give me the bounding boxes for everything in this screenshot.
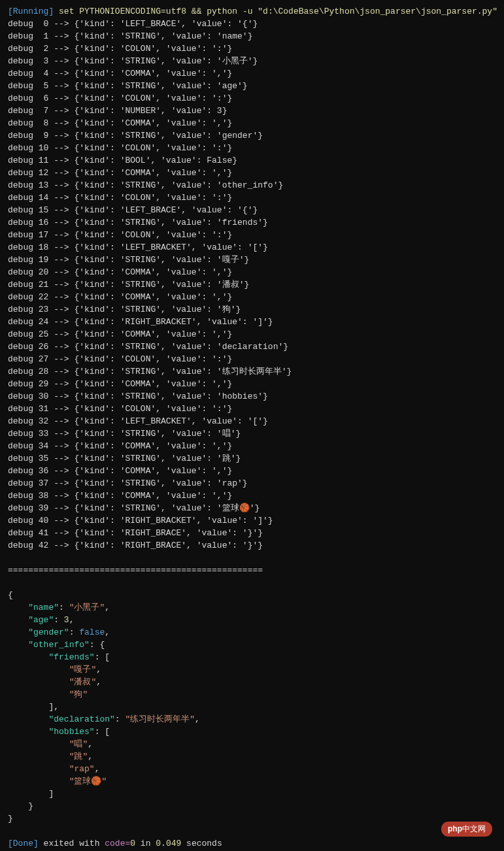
output-line: debug 3 --> {'kind': 'STRING', 'value': … xyxy=(8,55,496,67)
running-label: [Running] xyxy=(8,7,54,16)
output-line: debug 22 --> {'kind': 'COMMA', 'value': … xyxy=(8,291,496,303)
output-line: debug 10 --> {'kind': 'COLON', 'value': … xyxy=(8,142,496,154)
output-line: { xyxy=(8,589,496,601)
output-line: debug 7 --> {'kind': 'NUMBER', 'value': … xyxy=(8,105,496,117)
output-line: } xyxy=(8,800,496,812)
output-line: debug 23 --> {'kind': 'STRING', 'value':… xyxy=(8,303,496,316)
output-line: debug 19 --> {'kind': 'STRING', 'value':… xyxy=(8,254,496,266)
output-line: debug 39 --> {'kind': 'STRING', 'value':… xyxy=(8,502,496,514)
output-line xyxy=(8,576,496,589)
watermark-prefix: php xyxy=(448,824,462,833)
output-line: ], xyxy=(8,701,496,713)
code-label: code= xyxy=(105,839,130,848)
output-line: debug 33 --> {'kind': 'STRING', 'value':… xyxy=(8,427,496,440)
output-line: "hobbies": [ xyxy=(8,726,496,738)
output-line: "rap", xyxy=(8,763,496,775)
output-line: debug 6 --> {'kind': 'COLON', 'value': '… xyxy=(8,92,496,105)
output-line: debug 15 --> {'kind': 'LEFT_BRACE', 'val… xyxy=(8,204,496,216)
output-line: debug 32 --> {'kind': 'LEFT_BRACKET', 'v… xyxy=(8,415,496,427)
done-label: [Done] xyxy=(8,839,39,848)
output-line xyxy=(8,552,496,564)
output-line: "other_info": { xyxy=(8,639,496,651)
command-text: set PYTHONIOENCODING=utf8 && python -u "… xyxy=(59,7,497,16)
output-line: debug 30 --> {'kind': 'STRING', 'value':… xyxy=(8,390,496,403)
output-line: debug 9 --> {'kind': 'STRING', 'value': … xyxy=(8,129,496,142)
output-line: debug 1 --> {'kind': 'STRING', 'value': … xyxy=(8,30,496,42)
output-line: debug 16 --> {'kind': 'STRING', 'value':… xyxy=(8,216,496,229)
output-line: debug 38 --> {'kind': 'COMMA', 'value': … xyxy=(8,490,496,502)
output-line: debug 29 --> {'kind': 'COMMA', 'value': … xyxy=(8,378,496,390)
output-line: "friends": [ xyxy=(8,651,496,663)
output-line: debug 36 --> {'kind': 'COMMA', 'value': … xyxy=(8,465,496,477)
output-line: "gender": false, xyxy=(8,626,496,639)
watermark-badge: php中文网 xyxy=(441,822,492,837)
output-line: "潘叔", xyxy=(8,676,496,688)
watermark-suffix: 中文网 xyxy=(462,824,486,833)
output-line: debug 28 --> {'kind': 'STRING', 'value':… xyxy=(8,365,496,378)
output-line: debug 40 --> {'kind': 'RIGHT_BRACKET', '… xyxy=(8,514,496,527)
output-line: } xyxy=(8,812,496,825)
output-line: "declaration": "练习时长两年半", xyxy=(8,713,496,726)
output-line: debug 27 --> {'kind': 'COLON', 'value': … xyxy=(8,353,496,365)
output-line: debug 8 --> {'kind': 'COMMA', 'value': '… xyxy=(8,117,496,129)
output-line: debug 0 --> {'kind': 'LEFT_BRACE', 'valu… xyxy=(8,18,496,30)
output-line: debug 37 --> {'kind': 'STRING', 'value':… xyxy=(8,477,496,490)
output-line: [Running] set PYTHONIOENCODING=utf8 && p… xyxy=(8,5,496,18)
output-line: "跳", xyxy=(8,750,496,763)
output-line: debug 26 --> {'kind': 'STRING', 'value':… xyxy=(8,341,496,353)
code-value: 0 xyxy=(130,839,135,848)
output-line: debug 14 --> {'kind': 'COLON', 'value': … xyxy=(8,192,496,204)
output-line: "狗" xyxy=(8,688,496,701)
output-line: ] xyxy=(8,788,496,800)
output-line xyxy=(8,825,496,837)
output-line: debug 31 --> {'kind': 'COLON', 'value': … xyxy=(8,403,496,415)
output-line: debug 11 --> {'kind': 'BOOL', 'value': F… xyxy=(8,154,496,167)
output-line: debug 25 --> {'kind': 'COMMA', 'value': … xyxy=(8,328,496,341)
output-line: debug 4 --> {'kind': 'COMMA', 'value': '… xyxy=(8,67,496,80)
output-line: debug 17 --> {'kind': 'COLON', 'value': … xyxy=(8,229,496,241)
output-line: [Done] exited with code=0 in 0.049 secon… xyxy=(8,837,496,850)
output-line: debug 5 --> {'kind': 'STRING', 'value': … xyxy=(8,80,496,92)
output-line: debug 21 --> {'kind': 'STRING', 'value':… xyxy=(8,278,496,291)
output-line: debug 12 --> {'kind': 'COMMA', 'value': … xyxy=(8,167,496,179)
output-line: "篮球🏀" xyxy=(8,775,496,788)
terminal-output[interactable]: [Running] set PYTHONIOENCODING=utf8 && p… xyxy=(8,5,496,850)
output-line: debug 24 --> {'kind': 'RIGHT_BRACKET', '… xyxy=(8,316,496,328)
output-line: debug 18 --> {'kind': 'LEFT_BRACKET', 'v… xyxy=(8,241,496,254)
output-line: "嘎子", xyxy=(8,663,496,676)
output-line: "name": "小黑子", xyxy=(8,601,496,614)
output-line: debug 2 --> {'kind': 'COLON', 'value': '… xyxy=(8,42,496,55)
output-line: debug 34 --> {'kind': 'COMMA', 'value': … xyxy=(8,440,496,452)
output-line: "唱", xyxy=(8,738,496,750)
elapsed-time: 0.049 xyxy=(156,839,181,848)
output-line: debug 35 --> {'kind': 'STRING', 'value':… xyxy=(8,452,496,465)
output-line: ========================================… xyxy=(8,564,496,576)
output-line: debug 20 --> {'kind': 'COMMA', 'value': … xyxy=(8,266,496,278)
output-line: debug 42 --> {'kind': 'RIGHT_BRACE', 'va… xyxy=(8,539,496,552)
output-line: debug 41 --> {'kind': 'RIGHT_BRACE', 'va… xyxy=(8,527,496,539)
output-line: "age": 3, xyxy=(8,614,496,626)
output-line: debug 13 --> {'kind': 'STRING', 'value':… xyxy=(8,179,496,192)
